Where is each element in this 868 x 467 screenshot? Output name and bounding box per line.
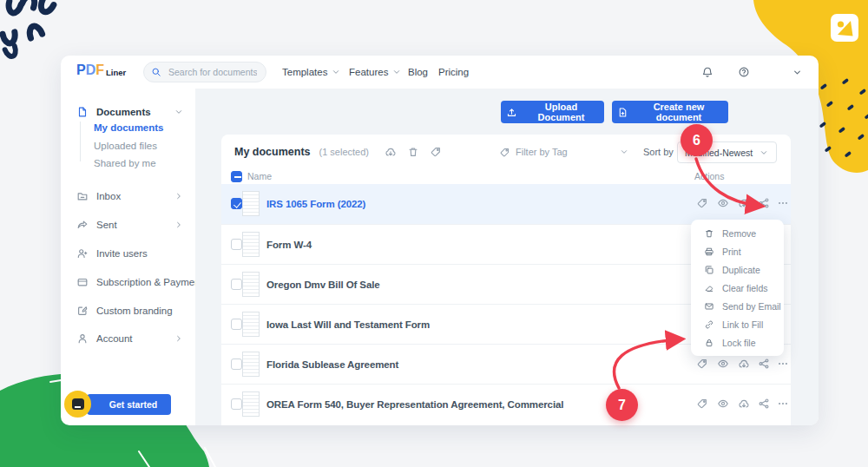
bulk-delete-button[interactable] <box>407 146 419 158</box>
sidebar-item-label: Sent <box>96 220 117 230</box>
chevron-right-icon <box>174 191 184 201</box>
sidebar-item-inbox[interactable]: Inbox <box>76 189 121 203</box>
sidebar-item-label: Invite users <box>96 248 148 259</box>
chevron-down-icon <box>174 107 184 117</box>
sidebar-item-sent[interactable]: Sent <box>76 218 117 232</box>
logo-letter-p: P <box>76 63 86 77</box>
trash-icon <box>407 146 419 158</box>
sidebar-item-custom-branding[interactable]: Custom branding <box>76 304 173 318</box>
panel-header: My documents (1 selected) <box>234 135 442 169</box>
step-number: 6 <box>693 133 700 148</box>
sidebar-item-invite-users[interactable]: Invite users <box>76 247 148 260</box>
row-checkbox[interactable] <box>231 319 242 330</box>
nav-features-label: Features <box>349 67 388 77</box>
sort-by-label: Sort by <box>643 135 674 169</box>
notifications-button[interactable] <box>701 56 713 89</box>
share-icon[interactable] <box>758 398 772 411</box>
bulk-download-button[interactable] <box>385 146 397 158</box>
search-icon <box>151 67 161 77</box>
sidebar-item-subscription-payment[interactable]: Subscription & Payment <box>76 275 203 289</box>
row-checkbox[interactable] <box>231 279 242 290</box>
name-column-header: Name <box>247 171 272 181</box>
menu-item-remove[interactable]: Remove <box>691 224 784 242</box>
printer-icon <box>704 247 714 257</box>
nav-features[interactable]: Features <box>349 56 402 89</box>
menu-item-link-to-fill[interactable]: Link to Fill <box>691 315 784 333</box>
sidebar-item-my-documents[interactable]: My documents <box>94 122 164 135</box>
cloud-download-icon[interactable] <box>738 197 752 211</box>
file-plus-icon <box>617 107 628 118</box>
cloud-download-icon[interactable] <box>738 358 752 372</box>
tag-icon[interactable] <box>696 398 710 411</box>
menu-item-label: Print <box>722 247 741 257</box>
tag-icon[interactable] <box>696 197 710 211</box>
nav-templates[interactable]: Templates <box>282 56 341 89</box>
bulk-tag-button[interactable] <box>430 146 442 158</box>
upload-document-button[interactable]: Upload Document <box>501 101 604 123</box>
sidebar-item-account[interactable]: Account <box>76 332 133 345</box>
create-new-document-button[interactable]: Create new document <box>612 101 728 123</box>
more-actions-icon[interactable] <box>777 197 791 211</box>
document-title-link[interactable]: Florida Sublease Agreement <box>266 359 398 370</box>
document-title-link[interactable]: Oregon Dmv Bill Of Sale <box>266 280 380 290</box>
cloud-download-icon <box>385 146 397 158</box>
menu-item-duplicate[interactable]: Duplicate <box>691 260 784 279</box>
step-badge-7: 7 <box>606 389 638 421</box>
row-checkbox[interactable] <box>231 239 242 250</box>
document-title-link[interactable]: OREA Form 540, Buyer Representation Agre… <box>266 399 563 410</box>
document-title-link[interactable]: IRS 1065 Form (2022) <box>266 199 365 209</box>
menu-item-label: Lock file <box>722 338 756 348</box>
sidebar-item-label: Documents <box>96 107 151 117</box>
profile-menu-button[interactable] <box>792 56 803 89</box>
nav-pricing[interactable]: Pricing <box>438 56 469 89</box>
menu-item-send-by-email[interactable]: Send by Email <box>691 297 784 315</box>
cloud-download-icon[interactable] <box>738 398 752 411</box>
sidebar-item-shared-by-me[interactable]: Shared by me <box>94 158 156 170</box>
row-actions <box>687 385 791 424</box>
chat-widget-button[interactable] <box>64 391 91 418</box>
selection-count: (1 selected) <box>319 147 369 157</box>
sidebar-item-label: Custom branding <box>96 306 173 316</box>
eye-icon[interactable] <box>717 197 731 211</box>
edit-icon <box>76 305 89 317</box>
more-actions-icon[interactable] <box>777 398 791 411</box>
table-row[interactable]: IRS 1065 Form (2022) <box>221 184 791 224</box>
document-title-link[interactable]: Form W-4 <box>266 240 312 250</box>
upload-document-label: Upload Document <box>523 102 599 122</box>
tag-icon[interactable] <box>696 358 710 372</box>
document-thumbnail <box>242 352 260 377</box>
bell-icon <box>701 66 713 78</box>
menu-item-clear-fields[interactable]: Clear fields <box>691 279 784 297</box>
filter-by-tag-dropdown[interactable]: Filter by Tag <box>499 135 629 169</box>
eye-icon[interactable] <box>717 398 731 411</box>
document-title-link[interactable]: Iowa Last Will and Testament Form <box>266 319 430 330</box>
sidebar-item-uploaded-files[interactable]: Uploaded files <box>94 141 157 153</box>
credit-card-icon <box>76 276 89 288</box>
row-checkbox[interactable] <box>231 198 242 209</box>
sidebar-item-documents[interactable]: Documents <box>76 105 151 119</box>
row-context-menu: Remove Print Duplicate Clear fields Send… <box>691 220 784 356</box>
get-started-button[interactable]: Get started <box>87 394 171 415</box>
row-checkbox[interactable] <box>231 358 242 370</box>
search-input[interactable] <box>167 66 259 78</box>
question-circle-icon <box>738 66 750 78</box>
chevron-right-icon <box>174 220 184 230</box>
select-all-checkbox[interactable] <box>231 171 242 182</box>
step-badge-6: 6 <box>681 124 713 156</box>
row-checkbox[interactable] <box>231 398 242 410</box>
nav-blog[interactable]: Blog <box>408 56 428 89</box>
menu-item-lock-file[interactable]: Lock file <box>691 333 784 352</box>
share-icon[interactable] <box>758 197 772 211</box>
menu-item-print[interactable]: Print <box>691 242 784 260</box>
tag-icon <box>499 147 510 158</box>
link-icon <box>704 319 714 330</box>
share-icon[interactable] <box>758 358 772 372</box>
help-button[interactable] <box>738 56 750 89</box>
nav-blog-label: Blog <box>408 67 428 77</box>
more-actions-icon[interactable] <box>777 358 791 372</box>
menu-item-label: Clear fields <box>722 283 768 293</box>
eye-icon[interactable] <box>717 358 731 372</box>
table-row[interactable]: OREA Form 540, Buyer Representation Agre… <box>221 384 791 424</box>
menu-item-label: Remove <box>722 228 756 239</box>
pdfliner-logo[interactable]: PDF Liner <box>76 63 126 77</box>
